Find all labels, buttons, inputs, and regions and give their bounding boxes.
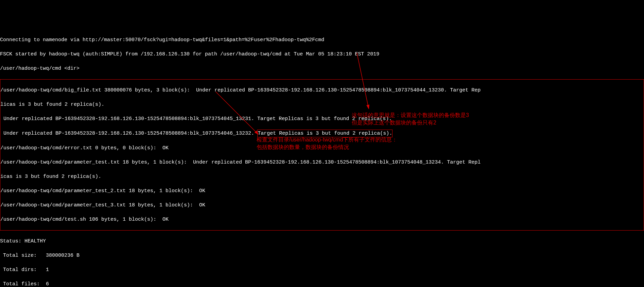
file-bigfile-l1: /user/hadoop-twq/cmd/big_file.txt 380000…	[0, 87, 644, 94]
status-header: Status: HEALTHY	[0, 238, 644, 245]
under-rep-l1: Under replicated BP-1639452328-192.168.1…	[0, 115, 644, 122]
fsck-start-line: FSCK started by hadoop-twq (auth:SIMPLE)…	[0, 51, 644, 58]
file-listing-box: /user/hadoop-twq/cmd/big_file.txt 380000…	[0, 79, 644, 231]
annotation-filecheck: 检查文件目录/user/hadoop-twq/cmd下所有子文件的信息： 包括数…	[257, 136, 397, 151]
file-paramtest2: /user/hadoop-twq/cmd/parameter_test_2.tx…	[0, 187, 644, 195]
stat-row: Total size: 380000236 B	[0, 252, 644, 259]
connect-line: Connecting to namenode via http://master…	[0, 36, 644, 44]
stat-row: Total files: 6	[0, 281, 644, 287]
file-paramtest-l2: icas is 3 but found 2 replica(s).	[0, 173, 644, 180]
dir-line: /user/hadoop-twq/cmd <dir>	[0, 65, 644, 72]
file-paramtest3: /user/hadoop-twq/cmd/parameter_test_3.tx…	[0, 202, 644, 209]
stat-row: Total dirs: 1	[0, 266, 644, 273]
file-paramtest-l1: /user/hadoop-twq/cmd/parameter_test.txt …	[0, 159, 644, 166]
terminal-output: Connecting to namenode via http://master…	[0, 29, 644, 287]
file-bigfile-l2: licas is 3 but found 2 replica(s).	[0, 101, 644, 108]
file-testsh: /user/hadoop-twq/cmd/test.sh 106 bytes, …	[0, 216, 644, 223]
annotation-replicas: 这句话的意思就是：设置这个数据块的备份数是3 但是实际上这个数据块的备份只有2	[352, 112, 469, 127]
